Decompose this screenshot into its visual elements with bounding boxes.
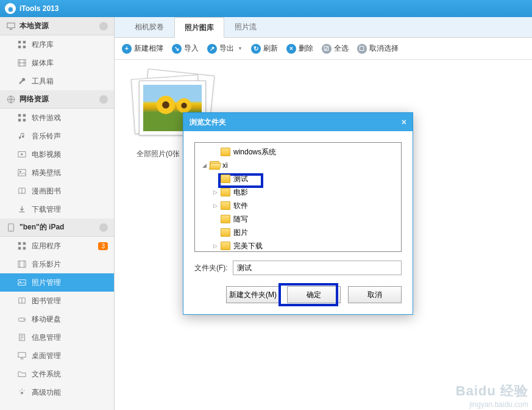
close-icon[interactable]: × xyxy=(402,117,406,127)
folder-icon xyxy=(221,215,230,223)
new-folder-button[interactable]: 新建文件夹(M) xyxy=(226,286,280,303)
tab-photo-stream[interactable]: 照片流 xyxy=(224,16,267,37)
tool-label: 导出 xyxy=(219,43,234,54)
sidebar-item-music-video[interactable]: 音乐影片 xyxy=(0,255,114,273)
sidebar-item-label: 应用程序 xyxy=(32,241,61,251)
collapse-icon[interactable] xyxy=(99,95,108,104)
sidebar-section-device[interactable]: "ben"的 iPad xyxy=(0,218,114,237)
tool-label: 删除 xyxy=(299,43,313,54)
tab-photo-library[interactable]: 照片图库 xyxy=(174,17,224,38)
svg-rect-17 xyxy=(23,242,26,245)
svg-rect-26 xyxy=(18,353,26,358)
tree-item-notes[interactable]: 随写 xyxy=(196,212,400,226)
sidebar-item-toolbox[interactable]: 工具箱 xyxy=(0,72,114,90)
sidebar-item-filesystem[interactable]: 文件系统 xyxy=(0,365,114,383)
tabs-bar: 相机胶卷 照片图库 照片流 xyxy=(115,17,532,38)
new-album-button[interactable]: +新建相簿 xyxy=(122,43,163,54)
sidebar-item-downloads[interactable]: 下载管理 xyxy=(0,200,114,218)
svg-rect-1 xyxy=(18,41,21,43)
sidebar-item-movie-video[interactable]: 电影视频 xyxy=(0,145,114,164)
tool-label: 导入 xyxy=(184,43,199,54)
sidebar-item-comics-books[interactable]: 漫画图书 xyxy=(0,182,114,200)
folder-icon xyxy=(221,228,230,237)
sidebar-item-apps[interactable]: 应用程序 3 xyxy=(0,237,114,255)
dialog-titlebar[interactable]: 浏览文件夹 × xyxy=(183,113,413,131)
tree-item-windows[interactable]: windows系统 xyxy=(196,145,400,159)
collapse-icon[interactable] xyxy=(99,22,108,31)
sidebar-section-network[interactable]: 网络资源 xyxy=(0,90,114,109)
tree-item-test[interactable]: 测试 xyxy=(196,172,400,185)
ok-button[interactable]: 确定 xyxy=(287,286,341,303)
sidebar-item-label: 软件游戏 xyxy=(32,113,61,123)
expand-icon[interactable]: ▷ xyxy=(212,243,219,249)
sidebar-item-book-manage[interactable]: 图书管理 xyxy=(0,292,114,310)
tool-label: 刷新 xyxy=(263,43,278,54)
refresh-button[interactable]: ↻刷新 xyxy=(251,43,278,54)
collapse-icon[interactable] xyxy=(99,223,108,232)
folder-tree[interactable]: windows系统 ◢ xi 测试 ▷ 电影 ▷ 软件 xyxy=(194,142,402,252)
music-icon xyxy=(17,131,27,141)
select-all-button[interactable]: ☑全选 xyxy=(322,43,349,54)
svg-rect-4 xyxy=(23,46,26,48)
sidebar-item-label: 媒体库 xyxy=(32,58,54,68)
cancel-button[interactable]: 取消 xyxy=(348,286,402,303)
tab-camera-roll[interactable]: 相机胶卷 xyxy=(124,16,174,37)
desktop-icon xyxy=(17,351,27,361)
sidebar-item-desktop-manage[interactable]: 桌面管理 xyxy=(0,347,114,365)
sidebar-item-programs[interactable]: 程序库 xyxy=(0,35,114,54)
sidebar-item-info-manage[interactable]: 信息管理 xyxy=(0,328,114,347)
grid-icon xyxy=(17,40,27,49)
book-icon xyxy=(17,186,27,196)
tree-item-perfect-dl[interactable]: ▷ 完美下载 xyxy=(196,239,400,252)
tree-item-xi[interactable]: ◢ xi xyxy=(196,159,400,172)
sidebar-item-label: 高级功能 xyxy=(32,387,61,398)
tree-item-pictures[interactable]: 图片 xyxy=(196,226,400,239)
download-icon xyxy=(17,204,27,214)
sidebar-section-local[interactable]: 本地资源 xyxy=(0,17,114,35)
sidebar-item-label: 信息管理 xyxy=(32,333,61,343)
delete-button[interactable]: ×删除 xyxy=(286,43,313,54)
expand-icon[interactable]: ▷ xyxy=(212,189,219,195)
tree-item-movies[interactable]: ▷ 电影 xyxy=(196,185,400,199)
collapse-icon[interactable]: ◢ xyxy=(201,162,208,168)
sidebar-item-media[interactable]: 媒体库 xyxy=(0,54,114,72)
svg-rect-21 xyxy=(18,280,26,286)
app-logo-icon: ◉ xyxy=(5,3,16,14)
import-button[interactable]: ↘导入 xyxy=(172,43,199,54)
deselect-icon: ☐ xyxy=(357,44,367,54)
sidebar-item-mobile-disk[interactable]: 移动硬盘 xyxy=(0,310,114,328)
folder-path-input[interactable] xyxy=(233,261,402,275)
folder-open-icon xyxy=(210,161,219,170)
sidebar-item-music-ringtones[interactable]: 音乐铃声 xyxy=(0,127,114,145)
sidebar-item-label: 音乐铃声 xyxy=(32,131,61,142)
sidebar-item-software-games[interactable]: 软件游戏 xyxy=(0,109,114,127)
app-title: iTools 2013 xyxy=(20,4,59,13)
svg-rect-16 xyxy=(18,242,21,245)
svg-point-15 xyxy=(10,229,11,230)
watermark-url: jingyan.baidu.com xyxy=(456,400,528,409)
book-icon xyxy=(17,296,27,306)
disk-icon xyxy=(17,314,27,324)
tree-label: windows系统 xyxy=(233,147,276,157)
dialog-title: 浏览文件夹 xyxy=(190,117,226,128)
tree-label: xi xyxy=(222,161,228,170)
svg-point-24 xyxy=(24,319,25,320)
deselect-button[interactable]: ☐取消选择 xyxy=(357,43,399,54)
update-badge: 3 xyxy=(98,242,108,250)
film-icon xyxy=(17,259,27,269)
export-button[interactable]: ↗导出▼ xyxy=(207,43,243,54)
export-icon: ↗ xyxy=(207,44,217,54)
plus-icon: + xyxy=(122,44,132,54)
sidebar-item-label: 桌面管理 xyxy=(32,351,61,361)
sidebar-item-advanced[interactable]: 高级功能 xyxy=(0,383,114,401)
expand-icon[interactable]: ▷ xyxy=(212,203,219,209)
sidebar-item-label: 音乐影片 xyxy=(32,259,61,270)
svg-rect-19 xyxy=(23,247,26,250)
tree-label: 随写 xyxy=(233,214,248,225)
svg-rect-2 xyxy=(23,41,26,43)
sidebar-item-wallpapers[interactable]: 精美壁纸 xyxy=(0,164,114,182)
tree-item-software[interactable]: ▷ 软件 xyxy=(196,199,400,212)
svg-rect-10 xyxy=(23,119,26,121)
photo-icon xyxy=(17,278,27,287)
sidebar-item-photo-manage[interactable]: 照片管理 xyxy=(0,273,114,292)
